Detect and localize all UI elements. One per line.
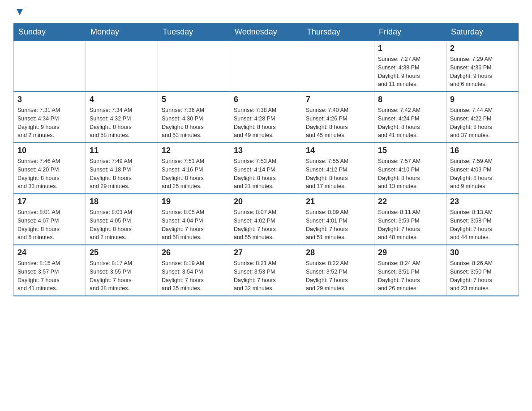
day-number: 17 <box>17 197 82 206</box>
day-number: 30 <box>450 248 515 257</box>
calendar-cell <box>14 41 86 92</box>
day-info: Sunrise: 7:40 AM Sunset: 4:26 PM Dayligh… <box>306 106 370 140</box>
day-number: 19 <box>162 197 226 206</box>
day-number: 27 <box>234 248 298 257</box>
logo-arrow-icon <box>15 7 25 17</box>
day-number: 15 <box>378 146 442 155</box>
calendar-cell: 3Sunrise: 7:31 AM Sunset: 4:34 PM Daylig… <box>14 92 86 143</box>
calendar-cell: 13Sunrise: 7:53 AM Sunset: 4:14 PM Dayli… <box>230 143 302 194</box>
day-info: Sunrise: 7:44 AM Sunset: 4:22 PM Dayligh… <box>450 106 515 140</box>
calendar-cell: 18Sunrise: 8:03 AM Sunset: 4:05 PM Dayli… <box>86 194 158 245</box>
day-number: 5 <box>162 95 226 104</box>
day-number: 1 <box>378 44 442 53</box>
day-number: 28 <box>306 248 370 257</box>
calendar-cell: 12Sunrise: 7:51 AM Sunset: 4:16 PM Dayli… <box>158 143 230 194</box>
weekday-header-saturday: Saturday <box>446 24 519 41</box>
weekday-header-tuesday: Tuesday <box>158 24 230 41</box>
day-info: Sunrise: 7:34 AM Sunset: 4:32 PM Dayligh… <box>90 106 154 140</box>
calendar-cell <box>230 41 302 92</box>
calendar-cell: 5Sunrise: 7:36 AM Sunset: 4:30 PM Daylig… <box>158 92 230 143</box>
day-info: Sunrise: 7:57 AM Sunset: 4:10 PM Dayligh… <box>378 157 442 191</box>
weekday-header-monday: Monday <box>86 24 158 41</box>
calendar-cell: 27Sunrise: 8:21 AM Sunset: 3:53 PM Dayli… <box>230 245 302 296</box>
day-info: Sunrise: 8:22 AM Sunset: 3:52 PM Dayligh… <box>306 259 370 293</box>
calendar-cell: 23Sunrise: 8:13 AM Sunset: 3:58 PM Dayli… <box>446 194 519 245</box>
day-info: Sunrise: 8:09 AM Sunset: 4:01 PM Dayligh… <box>306 208 370 242</box>
calendar-cell: 25Sunrise: 8:17 AM Sunset: 3:55 PM Dayli… <box>86 245 158 296</box>
weekday-header-sunday: Sunday <box>14 24 86 41</box>
day-number: 24 <box>17 248 82 257</box>
day-info: Sunrise: 8:03 AM Sunset: 4:05 PM Dayligh… <box>90 208 154 242</box>
day-number: 13 <box>234 146 298 155</box>
calendar-cell: 4Sunrise: 7:34 AM Sunset: 4:32 PM Daylig… <box>86 92 158 143</box>
day-number: 10 <box>17 146 82 155</box>
day-number: 25 <box>90 248 154 257</box>
calendar-cell <box>86 41 158 92</box>
calendar-week-row: 1Sunrise: 7:27 AM Sunset: 4:38 PM Daylig… <box>14 41 519 92</box>
calendar-cell: 17Sunrise: 8:01 AM Sunset: 4:07 PM Dayli… <box>14 194 86 245</box>
day-info: Sunrise: 7:29 AM Sunset: 4:36 PM Dayligh… <box>450 55 515 89</box>
day-info: Sunrise: 8:26 AM Sunset: 3:50 PM Dayligh… <box>450 259 515 293</box>
calendar-cell: 8Sunrise: 7:42 AM Sunset: 4:24 PM Daylig… <box>374 92 446 143</box>
day-number: 7 <box>306 95 370 104</box>
calendar-cell: 21Sunrise: 8:09 AM Sunset: 4:01 PM Dayli… <box>302 194 374 245</box>
calendar-cell: 7Sunrise: 7:40 AM Sunset: 4:26 PM Daylig… <box>302 92 374 143</box>
day-info: Sunrise: 8:01 AM Sunset: 4:07 PM Dayligh… <box>17 208 82 242</box>
weekday-header-wednesday: Wednesday <box>230 24 302 41</box>
day-number: 26 <box>162 248 226 257</box>
day-info: Sunrise: 7:27 AM Sunset: 4:38 PM Dayligh… <box>378 55 442 89</box>
day-info: Sunrise: 7:49 AM Sunset: 4:18 PM Dayligh… <box>90 157 154 191</box>
calendar-cell: 24Sunrise: 8:15 AM Sunset: 3:57 PM Dayli… <box>14 245 86 296</box>
weekday-header-row: SundayMondayTuesdayWednesdayThursdayFrid… <box>14 24 519 41</box>
day-info: Sunrise: 7:36 AM Sunset: 4:30 PM Dayligh… <box>162 106 226 140</box>
calendar-cell: 10Sunrise: 7:46 AM Sunset: 4:20 PM Dayli… <box>14 143 86 194</box>
calendar-cell: 29Sunrise: 8:24 AM Sunset: 3:51 PM Dayli… <box>374 245 446 296</box>
calendar-cell: 26Sunrise: 8:19 AM Sunset: 3:54 PM Dayli… <box>158 245 230 296</box>
day-number: 23 <box>450 197 515 206</box>
day-info: Sunrise: 8:11 AM Sunset: 3:59 PM Dayligh… <box>378 208 442 242</box>
logo <box>13 9 25 14</box>
day-info: Sunrise: 7:53 AM Sunset: 4:14 PM Dayligh… <box>234 157 298 191</box>
day-number: 2 <box>450 44 515 53</box>
day-info: Sunrise: 7:31 AM Sunset: 4:34 PM Dayligh… <box>17 106 82 140</box>
calendar-cell: 15Sunrise: 7:57 AM Sunset: 4:10 PM Dayli… <box>374 143 446 194</box>
calendar-cell: 22Sunrise: 8:11 AM Sunset: 3:59 PM Dayli… <box>374 194 446 245</box>
calendar-cell: 16Sunrise: 7:59 AM Sunset: 4:09 PM Dayli… <box>446 143 519 194</box>
day-number: 22 <box>378 197 442 206</box>
day-number: 4 <box>90 95 154 104</box>
calendar-cell: 20Sunrise: 8:07 AM Sunset: 4:02 PM Dayli… <box>230 194 302 245</box>
calendar-week-row: 3Sunrise: 7:31 AM Sunset: 4:34 PM Daylig… <box>14 92 519 143</box>
day-number: 21 <box>306 197 370 206</box>
calendar-cell: 30Sunrise: 8:26 AM Sunset: 3:50 PM Dayli… <box>446 245 519 296</box>
calendar-cell: 2Sunrise: 7:29 AM Sunset: 4:36 PM Daylig… <box>446 41 519 92</box>
day-number: 14 <box>306 146 370 155</box>
calendar-cell: 28Sunrise: 8:22 AM Sunset: 3:52 PM Dayli… <box>302 245 374 296</box>
day-info: Sunrise: 8:05 AM Sunset: 4:04 PM Dayligh… <box>162 208 226 242</box>
day-number: 3 <box>17 95 82 104</box>
day-info: Sunrise: 7:51 AM Sunset: 4:16 PM Dayligh… <box>162 157 226 191</box>
day-info: Sunrise: 7:59 AM Sunset: 4:09 PM Dayligh… <box>450 157 515 191</box>
page-header <box>13 9 519 14</box>
day-info: Sunrise: 8:07 AM Sunset: 4:02 PM Dayligh… <box>234 208 298 242</box>
day-info: Sunrise: 8:17 AM Sunset: 3:55 PM Dayligh… <box>90 259 154 293</box>
day-number: 12 <box>162 146 226 155</box>
calendar-table: SundayMondayTuesdayWednesdayThursdayFrid… <box>13 23 519 296</box>
day-info: Sunrise: 8:19 AM Sunset: 3:54 PM Dayligh… <box>162 259 226 293</box>
calendar-cell <box>158 41 230 92</box>
day-info: Sunrise: 8:21 AM Sunset: 3:53 PM Dayligh… <box>234 259 298 293</box>
calendar-week-row: 17Sunrise: 8:01 AM Sunset: 4:07 PM Dayli… <box>14 194 519 245</box>
day-number: 29 <box>378 248 442 257</box>
day-info: Sunrise: 7:42 AM Sunset: 4:24 PM Dayligh… <box>378 106 442 140</box>
day-number: 8 <box>378 95 442 104</box>
calendar-week-row: 24Sunrise: 8:15 AM Sunset: 3:57 PM Dayli… <box>14 245 519 296</box>
day-info: Sunrise: 8:13 AM Sunset: 3:58 PM Dayligh… <box>450 208 515 242</box>
day-info: Sunrise: 7:46 AM Sunset: 4:20 PM Dayligh… <box>17 157 82 191</box>
day-info: Sunrise: 7:38 AM Sunset: 4:28 PM Dayligh… <box>234 106 298 140</box>
calendar-cell: 19Sunrise: 8:05 AM Sunset: 4:04 PM Dayli… <box>158 194 230 245</box>
day-info: Sunrise: 8:24 AM Sunset: 3:51 PM Dayligh… <box>378 259 442 293</box>
day-number: 18 <box>90 197 154 206</box>
calendar-cell: 9Sunrise: 7:44 AM Sunset: 4:22 PM Daylig… <box>446 92 519 143</box>
weekday-header-friday: Friday <box>374 24 446 41</box>
calendar-cell: 1Sunrise: 7:27 AM Sunset: 4:38 PM Daylig… <box>374 41 446 92</box>
calendar-cell: 11Sunrise: 7:49 AM Sunset: 4:18 PM Dayli… <box>86 143 158 194</box>
